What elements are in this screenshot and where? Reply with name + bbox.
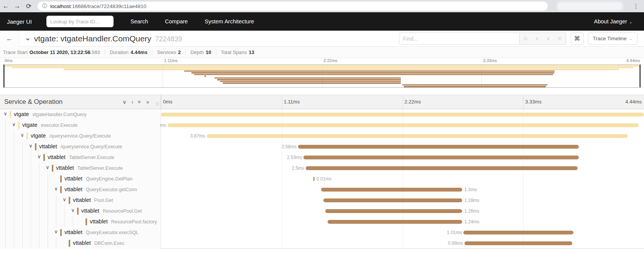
keyboard-shortcuts-button[interactable]: ⌘ (571, 33, 584, 45)
tree-indent-guide (56, 238, 56, 249)
span-row[interactable]: ∨vttabletTabletServer.Execute2.53ms (0, 152, 644, 163)
next-match-icon[interactable]: ∨ (546, 36, 550, 41)
collapse-trace-chevron-icon[interactable]: ⌄ (25, 33, 31, 42)
span-row[interactable]: ∨vttabletQueryExecutor.getConn1.3ms (0, 184, 644, 195)
span-service-name: vttabletDBConn.Exec (73, 240, 124, 246)
collapse-all-icon[interactable]: » (137, 100, 142, 103)
span-timeline-cell: 3.87ms (161, 131, 644, 141)
span-bar[interactable] (306, 166, 578, 170)
span-bar[interactable] (207, 134, 628, 138)
span-row[interactable]: ∨vtgateexecutor.Executems (0, 120, 644, 131)
chevron-down-icon[interactable]: ∨ (28, 143, 34, 149)
span-bar[interactable] (464, 241, 572, 245)
nav-item-compare[interactable]: Compare (165, 18, 188, 25)
span-row[interactable]: ∨vtgatevtgateHandler.ComQuery (0, 109, 644, 120)
browser-menu-icon[interactable]: ⋮ (632, 2, 640, 11)
chevron-down-icon[interactable]: ∨ (19, 132, 25, 138)
back-button[interactable]: ← (0, 31, 19, 47)
span-bar[interactable] (323, 198, 463, 202)
tree-indent-guide (73, 216, 73, 227)
about-jaeger-menu[interactable]: About Jaeger⌄ (594, 18, 632, 25)
span-bar[interactable] (321, 188, 463, 192)
span-duration-label: ms (160, 120, 166, 131)
summary-value-muted: .592 (91, 49, 100, 55)
summary-label: Trace Start (3, 49, 28, 55)
expand-one-icon[interactable]: › (132, 99, 133, 105)
span-bar[interactable] (303, 156, 578, 159)
span-bar[interactable] (168, 123, 639, 127)
span-row[interactable]: ∨vttabletPool.Get1.28ms (0, 195, 644, 206)
span-row[interactable]: vttabletQueryEngine.GetPlan0.01ms (0, 174, 644, 184)
span-bar[interactable] (325, 209, 462, 213)
span-bar[interactable] (161, 113, 644, 116)
column-resize-grip[interactable]: || (156, 101, 159, 106)
span-row[interactable]: ∨vttablet/queryservice.Query/Execute2.58… (0, 141, 644, 152)
focus-match-icon[interactable]: ⊙ (523, 36, 527, 41)
span-bar[interactable] (313, 177, 315, 181)
browser-forward-icon[interactable]: → (12, 2, 23, 10)
trace-view-selector[interactable]: Trace Timeline⌄ (588, 33, 637, 45)
span-row[interactable]: ∨vttabletTabletServer.Execute2.5ms (0, 163, 644, 174)
chevron-down-icon[interactable]: ∨ (11, 121, 17, 127)
ruler-gridline (282, 95, 282, 109)
span-bar[interactable] (463, 231, 573, 234)
summary-value: 10 (206, 49, 211, 55)
span-duration-label: 3.87ms (190, 131, 205, 141)
span-duration-label: 1.28ms (464, 195, 479, 206)
span-color-swatch (60, 175, 62, 182)
clear-search-icon[interactable]: ✕ (558, 36, 562, 41)
span-name-cell: ∨vttabletQueryExecutor.getConn (0, 184, 161, 195)
span-duration-label: 0.99ms (448, 238, 463, 249)
span-operation-name: /queryservice.Query/Execute (61, 144, 122, 149)
span-row[interactable]: ∨vttabletResourcePool.Get1.26ms (0, 206, 644, 216)
jaeger-brand[interactable]: Jaeger UI (7, 18, 40, 25)
span-row[interactable]: vttabletDBConn.Exec0.99ms (0, 238, 644, 249)
summary-label: Services (157, 49, 176, 55)
tree-indent-guide (22, 163, 23, 174)
trace-lookup-input[interactable] (46, 16, 114, 27)
span-row[interactable]: vttabletResourcePool.factory1.24ms (0, 216, 644, 227)
tree-indent-guide (5, 195, 6, 206)
tree-indent-guide (48, 195, 48, 206)
span-duration-label: 1.01ms (447, 227, 462, 238)
expand-all-icon[interactable]: » (146, 99, 149, 105)
span-bar[interactable] (298, 145, 579, 149)
span-color-swatch (35, 143, 36, 150)
span-row[interactable]: ∨vttabletQueryExecutor.execSQL1.01ms (0, 227, 644, 238)
summary-label: Duration (110, 49, 128, 55)
chevron-down-icon[interactable]: ∨ (53, 229, 59, 234)
browser-reload-icon[interactable]: ⟳ (23, 2, 35, 10)
span-timeline-cell: 2.53ms (161, 152, 644, 163)
chevron-down-icon[interactable]: ∨ (70, 207, 76, 213)
tree-indent-guide (14, 238, 14, 249)
span-bar[interactable] (328, 220, 463, 224)
minimap-span-bar (12, 67, 633, 69)
summary-value: October 11 2020, 13:22:56 (30, 49, 91, 55)
minimap-left-handle[interactable] (3, 65, 5, 87)
minimap-span-bar (402, 84, 547, 86)
chevron-down-icon[interactable]: ∨ (44, 164, 51, 170)
chevron-down-icon[interactable]: ∨ (53, 186, 59, 192)
ruler-tick-label: 4.44ms (625, 99, 642, 105)
chevron-down-icon[interactable]: ∨ (36, 154, 42, 159)
nav-item-search[interactable]: Search (130, 18, 148, 25)
prev-match-icon[interactable]: ∧ (535, 36, 539, 41)
collapse-one-icon[interactable]: ∨ (122, 99, 126, 105)
span-row[interactable]: ∨vtgate/queryservice.Query/Execute3.87ms (0, 131, 644, 141)
tree-indent-guide (56, 206, 56, 216)
span-service-name: vttabletTabletServer.Execute (48, 154, 114, 160)
site-info-icon[interactable]: ⓘ (42, 3, 47, 10)
tree-indent-guide (5, 184, 6, 195)
tree-indent-guide (5, 174, 6, 184)
span-color-swatch (18, 122, 20, 129)
nav-item-system-architecture[interactable]: System Architecture (205, 18, 254, 25)
browser-back-icon[interactable]: ← (0, 2, 12, 10)
find-input[interactable] (399, 33, 520, 45)
minimap-right-handle[interactable] (639, 65, 641, 87)
trace-minimap[interactable] (3, 64, 641, 88)
summary-item: Duration4.44ms (110, 49, 147, 55)
chevron-down-icon[interactable]: ∨ (2, 111, 8, 116)
chevron-down-icon[interactable]: ∨ (61, 197, 68, 202)
tree-indent-guide (48, 206, 48, 216)
address-bar[interactable]: ⓘ localhost:16686/trace/7224839c11ae4810 (38, 2, 548, 11)
